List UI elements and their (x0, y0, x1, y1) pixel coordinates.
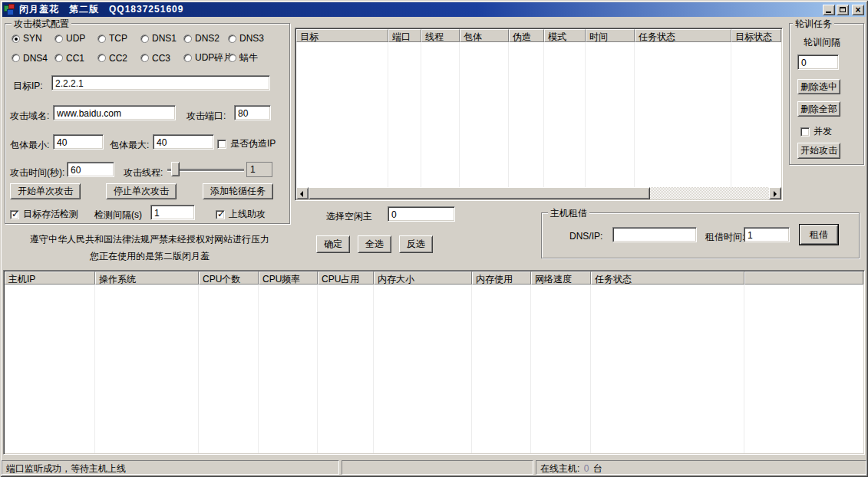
col-packet[interactable]: 包体 (460, 29, 509, 42)
mode-radio-dns3[interactable]: DNS3 (228, 33, 285, 44)
task-table-body[interactable] (296, 42, 781, 187)
maximize-button[interactable] (837, 5, 849, 15)
col-task-status[interactable]: 任务状态 (635, 29, 731, 42)
mode-label: CC3 (152, 53, 170, 64)
scroll-left-button[interactable] (296, 187, 309, 199)
mode-radio-cc3[interactable]: CC3 (140, 51, 183, 64)
col-cpu-freq[interactable]: CPU频率 (259, 271, 318, 285)
rotation-task-group-title: 轮训任务 (793, 18, 834, 31)
task-table-header: 目标 端口 线程 包体 伪造 模式 时间 任务状态 目标状态 (296, 29, 781, 42)
col-net-speed[interactable]: 网络速度 (531, 271, 591, 285)
col-mem-size[interactable]: 内存大小 (374, 271, 472, 285)
status-message: 端口监听成功，等待主机上线 (2, 460, 339, 475)
target-alive-label: 目标存活检测 (23, 208, 78, 221)
online-hosts-label: 在线主机: (540, 463, 579, 474)
mode-radio-tcp[interactable]: TCP (97, 33, 140, 44)
mode-radio-cc1[interactable]: CC1 (54, 51, 97, 64)
attack-domain-input[interactable] (53, 105, 176, 120)
rent-button[interactable]: 租借 (800, 225, 838, 245)
status-bar: 端口监听成功，等待主机上线 在线主机: 0 台 (2, 459, 866, 475)
radio-dot (183, 35, 192, 43)
col-threads[interactable]: 线程 (421, 29, 460, 42)
packet-max-input[interactable] (153, 134, 214, 150)
title-bar[interactable]: 闭月羞花 第二版 QQ1837251609 × (2, 2, 866, 17)
check-interval-label: 检测间隔(s) (94, 209, 142, 222)
select-all-button[interactable]: 全选 (358, 235, 391, 253)
online-assist-label: 上线助攻 (229, 208, 266, 221)
checkbox-box (800, 127, 810, 137)
col-fake[interactable]: 伪造 (509, 29, 544, 42)
packet-min-label: 包体最小: (10, 139, 49, 152)
packet-min-input[interactable] (53, 134, 104, 150)
close-icon: × (855, 6, 860, 14)
minimize-button[interactable] (823, 5, 835, 15)
app-window: 闭月羞花 第二版 QQ1837251609 × 攻击模式配置 SYN UDP T… (0, 0, 868, 477)
col-host-ip[interactable]: 主机IP (5, 271, 95, 285)
attack-threads-slider[interactable] (167, 162, 244, 177)
start-attack-button[interactable]: 开始攻击 (797, 143, 840, 159)
minimize-icon (826, 12, 831, 13)
delete-all-button[interactable]: 删除全部 (797, 101, 840, 117)
slider-thumb[interactable] (171, 162, 180, 176)
rotation-interval-input[interactable] (797, 54, 839, 70)
attack-time-label: 攻击时间(秒): (10, 166, 64, 179)
scroll-right-button[interactable] (769, 187, 781, 199)
delete-selected-button[interactable]: 删除选中 (797, 79, 840, 94)
mode-radio-dns4[interactable]: DNS4 (12, 51, 54, 64)
confirm-button[interactable]: 确定 (316, 235, 350, 253)
host-table-header: 主机IP 操作系统 CPU个数 CPU频率 CPU占用 内存大小 内存使用 网络… (5, 271, 863, 285)
rent-time-label: 租借时间: (705, 231, 744, 244)
target-alive-checkbox[interactable]: 目标存活检测 (10, 208, 78, 221)
mode-radio-udp-fragment[interactable]: UDP碎片 (183, 51, 228, 64)
start-single-attack-button[interactable]: 开始单次攻击 (10, 183, 81, 199)
online-assist-checkbox[interactable]: 上线助攻 (216, 208, 266, 221)
check-interval-input[interactable] (150, 205, 195, 220)
attack-port-input[interactable] (234, 105, 271, 120)
mode-radio-cc2[interactable]: CC2 (97, 51, 140, 64)
col-mem-usage[interactable]: 内存使用 (472, 271, 531, 285)
mode-label: TCP (109, 33, 127, 44)
attack-domain-label: 攻击域名: (10, 110, 49, 123)
window-title: 闭月羞花 第二版 QQ1837251609 (19, 3, 183, 16)
online-hosts-unit: 台 (593, 463, 602, 474)
radio-dot (12, 54, 20, 62)
concurrent-checkbox[interactable]: 并发 (800, 125, 832, 138)
invert-selection-button[interactable]: 反选 (399, 235, 433, 253)
scroll-right-icon (774, 191, 777, 197)
close-button[interactable]: × (852, 5, 864, 15)
online-hosts-count: 0 (583, 463, 591, 474)
idle-host-input[interactable] (388, 206, 455, 222)
col-target[interactable]: 目标 (296, 29, 388, 42)
mode-radio-snail[interactable]: 蜗牛 (228, 51, 285, 64)
col-empty[interactable] (744, 271, 863, 285)
col-os[interactable]: 操作系统 (95, 271, 199, 285)
col-port[interactable]: 端口 (388, 29, 421, 42)
radio-dot (12, 35, 20, 43)
col-cpu-count[interactable]: CPU个数 (199, 271, 259, 285)
radio-dot (228, 54, 236, 62)
host-rent-group-title: 主机租借 (548, 207, 589, 220)
mode-radio-syn[interactable]: SYN (12, 33, 54, 44)
mode-radio-dns1[interactable]: DNS1 (140, 33, 183, 44)
scroll-thumb[interactable] (309, 187, 650, 199)
mode-radio-udp[interactable]: UDP (54, 33, 97, 44)
stop-single-attack-button[interactable]: 停止单次攻击 (106, 183, 177, 199)
attack-port-label: 攻击端口: (186, 110, 226, 123)
rent-time-input[interactable] (744, 227, 790, 242)
col-mode[interactable]: 模式 (544, 29, 586, 42)
scroll-track[interactable] (650, 187, 769, 199)
host-table-body[interactable] (5, 285, 863, 453)
radio-dot (140, 35, 149, 43)
target-ip-input[interactable] (51, 75, 270, 90)
mode-radio-dns2[interactable]: DNS2 (183, 33, 228, 44)
attack-time-input[interactable] (67, 162, 114, 177)
fake-ip-checkbox[interactable]: 是否伪造IP (217, 137, 276, 150)
attack-config-group-title: 攻击模式配置 (12, 18, 71, 31)
task-table-hscrollbar[interactable] (296, 187, 781, 199)
col-cpu-usage[interactable]: CPU占用 (318, 271, 374, 285)
col-time[interactable]: 时间 (586, 29, 635, 42)
col-task-status[interactable]: 任务状态 (591, 271, 744, 285)
dns-ip-input[interactable] (612, 227, 697, 242)
col-target-status[interactable]: 目标状态 (731, 29, 781, 42)
add-rotation-task-button[interactable]: 添加轮循任务 (203, 183, 273, 199)
